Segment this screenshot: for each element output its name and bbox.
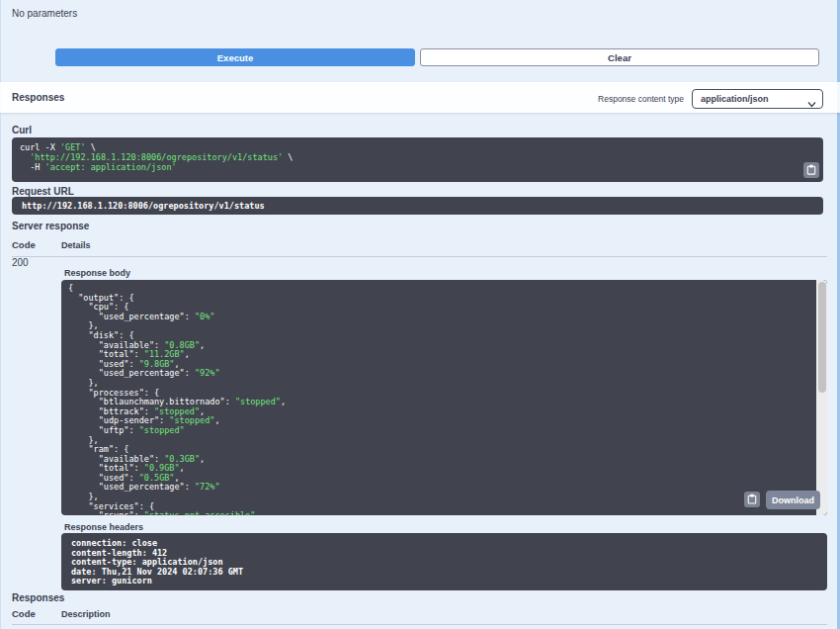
- documented-description-header: Description: [61, 609, 111, 619]
- curl-label: Curl: [12, 125, 32, 135]
- request-url-label: Request URL: [12, 186, 74, 197]
- response-content-type-label: Response content type: [598, 94, 684, 104]
- request-url-block: http://192.168.1.120:8006/ogrepository/v…: [12, 197, 823, 215]
- swagger-operation-panel: No parameters Execute Clear Responses Re…: [0, 0, 840, 629]
- responses-title: Responses: [12, 92, 64, 103]
- response-headers-text: connection: closecontent-length: 412cont…: [61, 533, 827, 586]
- response-headers-label: Response headers: [64, 522, 143, 532]
- curl-command-text: curl -X 'GET' \ 'http://192.168.1.120:80…: [12, 137, 823, 172]
- response-content-type-select[interactable]: application/json: [692, 89, 823, 109]
- no-parameters-label: No parameters: [12, 8, 77, 19]
- request-url-value: http://192.168.1.120:8006/ogrepository/v…: [12, 197, 823, 215]
- status-code-200: 200: [12, 257, 29, 268]
- documented-responses-title: Responses: [12, 592, 64, 603]
- clipboard-icon: [747, 491, 757, 508]
- server-response-details-header: Details: [61, 240, 91, 250]
- clear-button[interactable]: Clear: [420, 48, 819, 66]
- server-response-code-header: Code: [12, 239, 36, 250]
- documented-code-header: Code: [12, 608, 36, 619]
- clipboard-icon: [806, 161, 816, 179]
- response-body-block: { "output": { "cpu": { "used_percentage"…: [61, 280, 827, 515]
- response-body-scrollbar[interactable]: [816, 280, 827, 515]
- execute-button[interactable]: Execute: [55, 48, 415, 66]
- responses-section-header: Responses Response content type applicat…: [0, 82, 840, 113]
- server-response-title: Server response: [12, 221, 89, 231]
- response-body-json: { "output": { "cpu": { "used_percentage"…: [61, 280, 827, 515]
- scrollbar-thumb[interactable]: [818, 282, 826, 393]
- response-content-type-select-wrap: application/json: [692, 88, 823, 108]
- table-divider: [12, 624, 827, 625]
- response-headers-block: connection: closecontent-length: 412cont…: [61, 533, 827, 590]
- curl-command-block: curl -X 'GET' \ 'http://192.168.1.120:80…: [12, 137, 823, 182]
- table-divider: [12, 256, 827, 257]
- copy-response-button[interactable]: [744, 492, 760, 507]
- copy-curl-button[interactable]: [803, 162, 819, 178]
- download-button[interactable]: Download: [766, 491, 820, 509]
- response-body-label: Response body: [64, 268, 130, 278]
